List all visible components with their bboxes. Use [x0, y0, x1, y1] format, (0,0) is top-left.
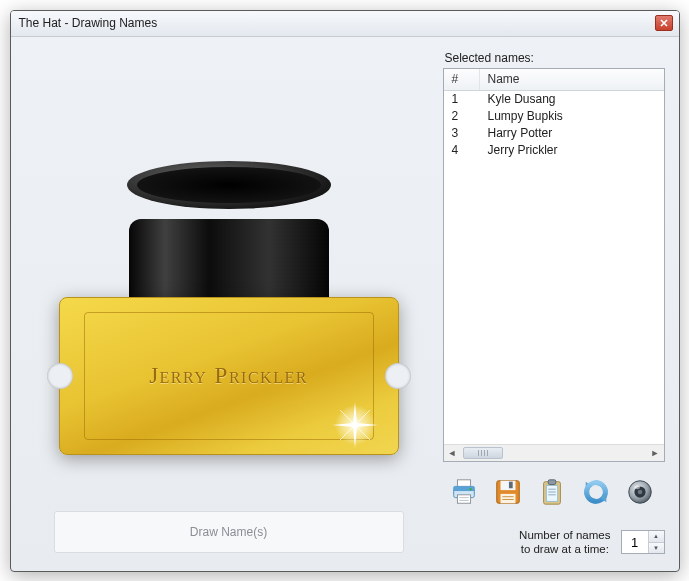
- svg-rect-5: [457, 495, 470, 503]
- left-pane: Jerry Prickler: [25, 51, 433, 557]
- save-button[interactable]: [489, 474, 527, 510]
- refresh-icon: [581, 477, 611, 507]
- svg-point-4: [469, 488, 471, 490]
- drawn-name-ticket: Jerry Prickler: [59, 297, 399, 455]
- selected-names-label: Selected names:: [443, 51, 665, 65]
- print-button[interactable]: [445, 474, 483, 510]
- horizontal-scrollbar[interactable]: ◄ ►: [444, 444, 664, 461]
- cell-name: Harry Potter: [480, 125, 664, 142]
- cell-name: Lumpy Bupkis: [480, 108, 664, 125]
- column-header-name[interactable]: Name: [480, 69, 664, 90]
- refresh-button[interactable]: [577, 474, 615, 510]
- selected-names-table[interactable]: # Name 1Kyle Dusang2Lumpy Bupkis3Harry P…: [443, 68, 665, 462]
- cell-number: 3: [444, 125, 480, 142]
- draw-names-button[interactable]: Draw Name(s): [54, 511, 404, 553]
- hat-area: Jerry Prickler: [25, 51, 433, 501]
- scroll-right-arrow-icon[interactable]: ►: [647, 445, 664, 461]
- table-body[interactable]: 1Kyle Dusang2Lumpy Bupkis3Harry Potter4J…: [444, 91, 664, 444]
- spinner-up-button[interactable]: ▲: [649, 531, 664, 543]
- cell-name: Jerry Prickler: [480, 142, 664, 159]
- close-button[interactable]: [655, 15, 673, 31]
- table-row[interactable]: 3Harry Potter: [444, 125, 664, 142]
- content-area: Jerry Prickler: [11, 37, 679, 571]
- app-window: The Hat - Drawing Names Jerry Pri: [10, 10, 680, 572]
- toolbar: [443, 474, 665, 510]
- clipboard-icon: [537, 477, 567, 507]
- svg-point-22: [637, 489, 642, 494]
- draw-count-label: Number of names to draw at a time:: [519, 528, 610, 557]
- save-icon: [493, 477, 523, 507]
- draw-names-label: Draw Name(s): [190, 525, 267, 539]
- scroll-left-arrow-icon[interactable]: ◄: [444, 445, 461, 461]
- cell-name: Kyle Dusang: [480, 91, 664, 108]
- table-row[interactable]: 4Jerry Prickler: [444, 142, 664, 159]
- speaker-icon: [625, 477, 655, 507]
- table-header[interactable]: # Name: [444, 69, 664, 91]
- copy-button[interactable]: [533, 474, 571, 510]
- cell-number: 1: [444, 91, 480, 108]
- table-row[interactable]: 1Kyle Dusang: [444, 91, 664, 108]
- cell-number: 2: [444, 108, 480, 125]
- draw-count-row: Number of names to draw at a time: ▲ ▼: [443, 528, 665, 557]
- sound-button[interactable]: [621, 474, 659, 510]
- spinner-down-button[interactable]: ▼: [649, 543, 664, 554]
- svg-rect-10: [508, 481, 512, 488]
- svg-point-23: [634, 485, 640, 489]
- print-icon: [449, 477, 479, 507]
- cell-number: 4: [444, 142, 480, 159]
- window-title: The Hat - Drawing Names: [17, 16, 655, 30]
- draw-count-spinner[interactable]: ▲ ▼: [621, 530, 665, 554]
- column-header-number[interactable]: #: [444, 69, 480, 90]
- close-icon: [660, 19, 668, 27]
- scroll-thumb[interactable]: [463, 447, 503, 459]
- scroll-track[interactable]: [461, 445, 647, 461]
- svg-rect-9: [500, 481, 515, 490]
- svg-rect-16: [548, 480, 556, 485]
- table-row[interactable]: 2Lumpy Bupkis: [444, 108, 664, 125]
- draw-count-input[interactable]: [622, 531, 648, 553]
- drawn-name-text: Jerry Prickler: [149, 363, 308, 389]
- right-pane: Selected names: # Name 1Kyle Dusang2Lump…: [443, 51, 665, 557]
- titlebar[interactable]: The Hat - Drawing Names: [11, 11, 679, 37]
- svg-rect-15: [546, 485, 557, 501]
- svg-rect-11: [500, 494, 515, 503]
